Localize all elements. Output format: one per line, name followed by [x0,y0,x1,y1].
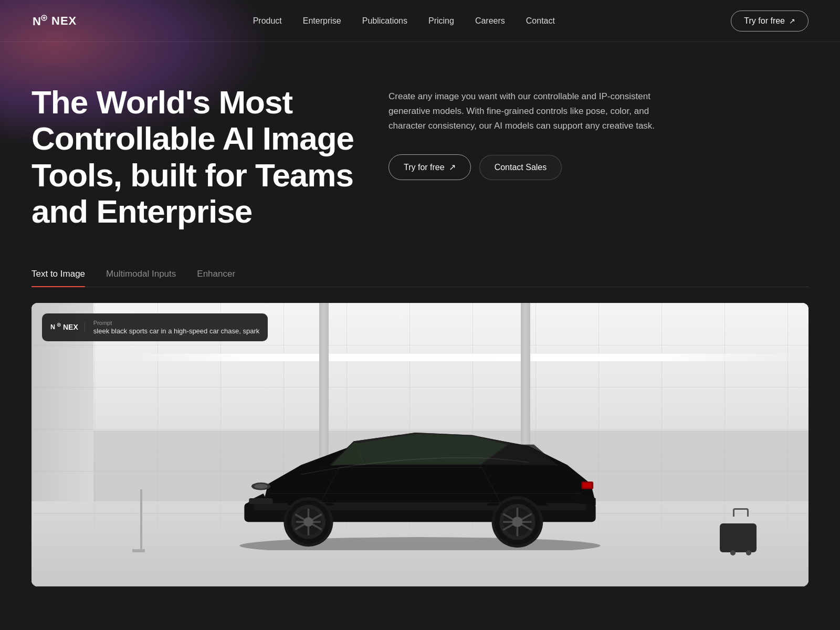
nav-link-contact[interactable]: Contact [526,16,555,25]
logo-text: NEX [51,14,77,28]
navbar: N NEX Product Enterprise Publications Pr… [0,0,840,42]
nav-link-product[interactable]: Product [253,16,282,25]
hero-description: Create any image you want with our contr… [388,89,662,133]
nav-link-careers[interactable]: Careers [475,16,505,25]
tab-multimodal-label: Multimodal Inputs [106,269,176,279]
car-background [32,303,808,586]
nav-cta-arrow-icon: ↗ [789,17,795,25]
prompt-text: sleek black sports car in a high-speed c… [93,327,260,335]
luggage [720,516,762,552]
luggage-wheel-left [730,550,736,555]
hero-try-free-button[interactable]: Try for free ↗ [388,154,471,180]
hero-contact-sales-label: Contact Sales [495,163,547,172]
tab-text-to-image[interactable]: Text to Image [32,261,85,287]
car-svg [206,398,634,550]
nav-item-product[interactable]: Product [253,16,282,26]
hero-contact-sales-button[interactable]: Contact Sales [479,155,562,180]
hero-try-free-label: Try for free [404,163,445,172]
tab-multimodal-inputs[interactable]: Multimodal Inputs [106,261,176,287]
nav-item-contact[interactable]: Contact [526,16,555,26]
nav-try-free-button[interactable]: Try for free ↗ [731,10,808,32]
svg-text:N: N [33,15,41,28]
hero-left: The World's Most Controllable AI Image T… [32,84,357,230]
nav-item-enterprise[interactable]: Enterprise [303,16,341,26]
luggage-wheel-right [746,550,751,555]
tabs-container: Text to Image Multimodal Inputs Enhancer [32,261,808,287]
svg-point-14 [254,484,267,488]
hero-title: The World's Most Controllable AI Image T… [32,84,357,230]
prompt-label: Prompt [93,320,260,326]
floor-stand-base [132,549,145,552]
nav-item-pricing[interactable]: Pricing [428,16,454,26]
nav-link-enterprise[interactable]: Enterprise [303,16,341,25]
car-image [206,398,634,552]
floor-stand [140,489,142,552]
hero-section: The World's Most Controllable AI Image T… [0,42,840,261]
logo-icon: N [32,13,48,29]
tab-enhancer-label: Enhancer [197,269,235,279]
svg-rect-16 [583,483,591,488]
luggage-body [720,523,757,552]
hero-try-free-arrow-icon: ↗ [449,162,456,172]
prompt-logo-icon: N [50,322,61,332]
light-strip-2 [420,354,808,361]
logo[interactable]: N NEX [32,13,77,29]
tab-text-to-image-label: Text to Image [32,269,85,279]
svg-point-34 [512,517,522,527]
nav-item-publications[interactable]: Publications [362,16,407,26]
hero-buttons: Try for free ↗ Contact Sales [388,154,662,180]
svg-point-25 [303,517,313,527]
prompt-overlay: N NEX Prompt sleek black sports car in a… [42,313,268,341]
luggage-handle [733,508,749,517]
nav-links: Product Enterprise Publications Pricing … [253,16,555,26]
nav-link-publications[interactable]: Publications [362,16,407,25]
luggage-wheels [730,550,751,555]
nav-cta-label: Try for free [744,16,785,26]
nav-link-pricing[interactable]: Pricing [428,16,454,25]
prompt-logo-text: NEX [63,323,78,331]
tabs-section: Text to Image Multimodal Inputs Enhancer [0,261,840,303]
hero-right: Create any image you want with our contr… [388,84,662,180]
demo-area: N NEX Prompt sleek black sports car in a… [32,303,808,586]
svg-rect-12 [249,498,272,503]
nav-item-careers[interactable]: Careers [475,16,505,26]
svg-text:N: N [50,323,55,331]
tab-enhancer[interactable]: Enhancer [197,261,235,287]
prompt-logo: N NEX [50,322,85,332]
prompt-content: Prompt sleek black sports car in a high-… [93,320,260,335]
